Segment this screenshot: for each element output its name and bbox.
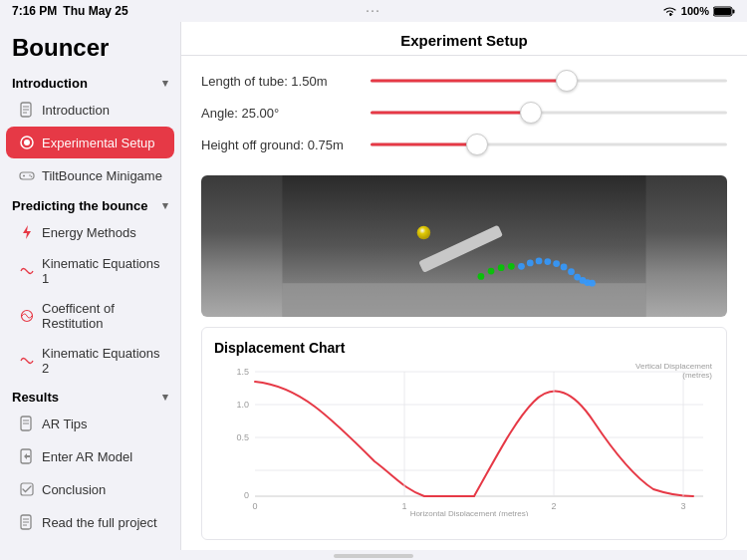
height-label: Height off ground: 0.75m: [201, 138, 361, 152]
main-layout: Bouncer Introduction ▾ Introduction Expe…: [0, 22, 747, 550]
section-results[interactable]: Results ▾: [0, 384, 180, 407]
wifi-icon: [662, 6, 677, 17]
section-results-label: Results: [12, 390, 59, 405]
sidebar-item-introduction-label: Introduction: [42, 103, 110, 118]
ar-tips-icon: [18, 415, 36, 432]
sidebar-item-conclusion-label: Conclusion: [42, 482, 106, 497]
svg-rect-25: [282, 283, 645, 317]
doc-icon: [18, 101, 36, 119]
section-predicting-label: Predicting the bounce: [12, 198, 148, 213]
svg-point-30: [498, 264, 505, 271]
battery-label: 100%: [681, 5, 709, 17]
scroll-bar: [334, 554, 413, 558]
sidebar-footer-1: This Swift Playgrounds app project and a…: [0, 539, 180, 550]
section-results-chevron: ▾: [162, 391, 168, 404]
full-project-icon: [18, 513, 36, 531]
svg-point-36: [553, 260, 560, 267]
svg-text:0.5: 0.5: [236, 432, 249, 442]
svg-text:2: 2: [551, 501, 556, 511]
control-row-height: Height off ground: 0.75m: [201, 134, 727, 155]
status-bar-left: 7:16 PM Thu May 25: [12, 4, 128, 18]
svg-point-8: [24, 140, 30, 145]
date: Thu May 25: [63, 4, 127, 18]
svg-text:Horizontal Displacement (metre: Horizontal Displacement (metres): [410, 509, 529, 516]
svg-text:1: 1: [401, 501, 406, 511]
lines-icon-1: [18, 262, 36, 280]
controls-section: Length of tube: 1.50m Angle: 25.00°: [181, 56, 747, 175]
sidebar-item-ar-tips-label: AR Tips: [42, 417, 88, 431]
svg-point-42: [589, 280, 596, 287]
app-title: Bouncer: [0, 30, 180, 70]
svg-point-37: [561, 264, 568, 271]
battery-icon: [713, 6, 735, 17]
angle-slider[interactable]: [371, 102, 727, 124]
svg-text:1.5: 1.5: [236, 367, 249, 377]
svg-text:0: 0: [244, 490, 249, 500]
gamecontroller-icon: [18, 166, 36, 184]
height-slider[interactable]: [371, 134, 727, 155]
sidebar-item-full-project-label: Read the full project: [42, 515, 157, 530]
svg-point-12: [29, 174, 31, 176]
lines-icon-2: [18, 352, 36, 370]
section-introduction-label: Introduction: [12, 76, 88, 91]
content-header: Experiment Setup: [181, 22, 747, 56]
length-slider[interactable]: [371, 70, 727, 92]
chart-title: Displacement Chart: [214, 340, 714, 356]
sidebar: Bouncer Introduction ▾ Introduction Expe…: [0, 22, 181, 550]
svg-point-28: [478, 273, 485, 280]
sidebar-item-kinematic-1[interactable]: Kinematic Equations 1: [6, 249, 174, 293]
sidebar-item-restitution-label: Coefficent of Restitution: [42, 301, 162, 331]
checkmark-icon: [18, 480, 36, 498]
control-row-angle: Angle: 25.00°: [201, 102, 727, 124]
chart-section: Displacement Chart Vertical Displacement…: [201, 327, 727, 540]
content-area: Experiment Setup Length of tube: 1.50m A…: [181, 22, 747, 550]
sidebar-item-conclusion[interactable]: Conclusion: [6, 473, 174, 505]
sidebar-item-experimental-setup[interactable]: Experimental Setup: [6, 127, 174, 158]
sidebar-item-kinematic-2[interactable]: Kinematic Equations 2: [6, 339, 174, 383]
simulation-view: [201, 175, 727, 317]
angle-label: Angle: 25.00°: [201, 106, 361, 121]
section-predicting[interactable]: Predicting the bounce ▾: [0, 192, 180, 215]
svg-text:1.0: 1.0: [236, 400, 249, 410]
sidebar-item-kinematic-2-label: Kinematic Equations 2: [42, 346, 162, 376]
sidebar-item-full-project[interactable]: Read the full project: [6, 506, 174, 538]
sidebar-item-energy-methods[interactable]: Energy Methods: [6, 216, 174, 248]
svg-rect-2: [733, 9, 735, 13]
scroll-indicator: [0, 550, 747, 560]
svg-text:3: 3: [680, 501, 685, 511]
sidebar-item-restitution[interactable]: Coefficent of Restitution: [6, 294, 174, 338]
svg-point-31: [508, 263, 515, 270]
sidebar-item-ar-tips[interactable]: AR Tips: [6, 408, 174, 439]
svg-point-29: [488, 268, 495, 275]
time: 7:16 PM: [12, 4, 57, 18]
circle-lines-icon: [18, 307, 36, 325]
sidebar-item-enter-ar[interactable]: Enter AR Model: [6, 440, 174, 472]
sidebar-item-experimental-setup-label: Experimental Setup: [42, 136, 154, 150]
enter-ar-icon: [18, 447, 36, 465]
status-bar-dots: ···: [366, 5, 380, 17]
section-introduction-chevron: ▾: [162, 77, 168, 90]
section-introduction[interactable]: Introduction ▾: [0, 70, 180, 93]
sidebar-item-tiltbounce[interactable]: TiltBounce Minigame: [6, 159, 174, 191]
section-predicting-chevron: ▾: [162, 199, 168, 212]
chart-container: Vertical Displacement (metres) 1.5 1.0 0…: [214, 362, 714, 531]
svg-point-27: [417, 226, 431, 240]
chart-y-label: Vertical Displacement (metres): [634, 362, 714, 380]
sidebar-item-tiltbounce-label: TiltBounce Minigame: [42, 168, 162, 183]
svg-point-13: [31, 175, 33, 177]
svg-point-38: [568, 268, 575, 275]
sidebar-item-introduction[interactable]: Introduction: [6, 94, 174, 126]
bolt-icon: [18, 223, 36, 241]
status-bar: 7:16 PM Thu May 25 ··· 100%: [0, 0, 747, 22]
status-bar-right: 100%: [662, 5, 735, 17]
simulation-canvas: [201, 175, 727, 317]
sidebar-item-enter-ar-label: Enter AR Model: [42, 449, 132, 464]
svg-point-34: [536, 257, 543, 264]
sidebar-item-kinematic-1-label: Kinematic Equations 1: [42, 256, 162, 286]
svg-rect-9: [20, 172, 34, 179]
control-row-length: Length of tube: 1.50m: [201, 70, 727, 92]
svg-rect-1: [714, 8, 731, 15]
sidebar-item-energy-label: Energy Methods: [42, 225, 136, 240]
svg-text:0: 0: [252, 501, 257, 511]
circle-icon: [18, 134, 36, 151]
